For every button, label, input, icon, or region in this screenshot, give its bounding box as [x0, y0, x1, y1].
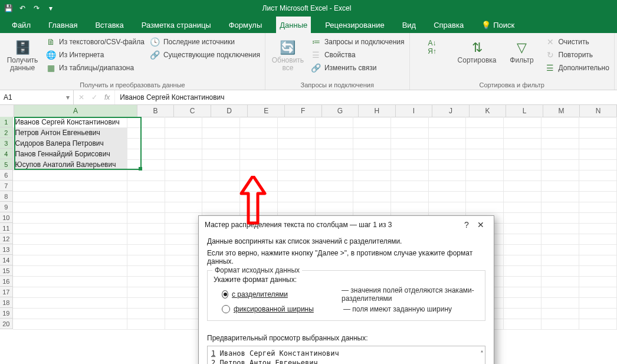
cell[interactable] [579, 244, 617, 255]
cell[interactable] [504, 127, 541, 139]
row-header[interactable]: 4 [0, 149, 13, 159]
cell[interactable] [202, 181, 240, 192]
cell[interactable] [316, 202, 353, 213]
cell[interactable] [278, 149, 316, 160]
cell[interactable] [127, 170, 165, 181]
cell[interactable] [240, 202, 278, 213]
cell[interactable] [466, 159, 504, 170]
radio-delimited-label[interactable]: с разделителями [232, 290, 320, 299]
cell[interactable] [165, 159, 203, 170]
fx-icon[interactable]: fx [104, 93, 110, 101]
cell[interactable] [466, 138, 504, 149]
col-header-i[interactable]: I [396, 105, 433, 117]
cell[interactable] [240, 138, 278, 149]
cell[interactable] [579, 212, 617, 224]
cell[interactable] [240, 117, 278, 128]
cell[interactable] [541, 138, 579, 149]
cell[interactable] [504, 265, 541, 277]
row-header[interactable]: 1 [0, 117, 13, 127]
tab-home[interactable]: Главная [45, 17, 81, 33]
cell[interactable] [504, 287, 541, 298]
row-header[interactable]: 20 [0, 319, 13, 329]
cell[interactable] [278, 191, 316, 202]
cell[interactable] [579, 234, 617, 245]
cell[interactable] [391, 202, 429, 213]
cell[interactable] [165, 287, 203, 298]
col-header-f[interactable]: F [285, 105, 322, 117]
cell[interactable] [165, 212, 203, 224]
cell[interactable] [429, 138, 467, 149]
cell[interactable] [202, 149, 240, 160]
cell[interactable] [504, 202, 541, 213]
cell[interactable] [127, 234, 165, 245]
cell[interactable] [13, 276, 127, 287]
cell[interactable] [353, 127, 391, 139]
cell[interactable] [13, 212, 127, 224]
cell[interactable] [504, 276, 541, 287]
cell[interactable]: Иванов Сергей Константинович [13, 117, 127, 128]
cell[interactable] [541, 191, 579, 202]
cell[interactable] [165, 276, 203, 287]
sort-dialog-button[interactable]: ⇅ Сортировка [456, 35, 498, 64]
cell[interactable] [429, 191, 467, 202]
row-header[interactable]: 12 [0, 234, 13, 244]
cell[interactable] [429, 149, 467, 160]
tab-data[interactable]: Данные [276, 17, 311, 33]
filter-button[interactable]: ▽ Фильтр [504, 35, 540, 64]
cell[interactable] [127, 159, 165, 170]
cell[interactable] [541, 319, 579, 330]
cell[interactable] [13, 297, 127, 309]
cell[interactable] [127, 244, 165, 255]
cell[interactable] [504, 308, 541, 319]
cell[interactable] [504, 212, 541, 224]
cell[interactable] [353, 117, 391, 128]
radio-fixed-width[interactable] [222, 305, 230, 313]
refresh-all-button[interactable]: 🔄 Обновить все [270, 35, 306, 72]
radio-fixed-width-label[interactable]: фиксированной ширины [234, 305, 322, 313]
row-header[interactable]: 18 [0, 297, 13, 308]
cell[interactable] [429, 159, 467, 170]
select-all-corner[interactable] [0, 105, 14, 117]
cell[interactable] [579, 276, 617, 287]
cell[interactable] [541, 287, 579, 298]
cell[interactable] [504, 170, 541, 181]
cell[interactable] [127, 297, 165, 309]
cell[interactable] [353, 181, 391, 192]
cell[interactable] [127, 265, 165, 277]
cell[interactable] [165, 244, 203, 255]
cell[interactable] [240, 127, 278, 139]
advanced-filter-button[interactable]: ☰Дополнительно [546, 61, 609, 74]
cell[interactable] [391, 170, 429, 181]
cell[interactable] [278, 138, 316, 149]
cell[interactable] [429, 117, 467, 128]
cell[interactable] [579, 127, 617, 139]
cell[interactable] [429, 127, 467, 139]
cell[interactable]: Сидоров Валера Петрович [13, 138, 127, 149]
cell[interactable] [127, 212, 165, 224]
cell[interactable] [202, 170, 240, 181]
tab-layout[interactable]: Разметка страницы [138, 17, 215, 33]
get-data-button[interactable]: 🗄️ Получить данные [5, 35, 40, 72]
cell[interactable] [127, 117, 165, 128]
cell[interactable] [165, 170, 203, 181]
cell[interactable] [579, 159, 617, 170]
cell[interactable] [579, 319, 617, 330]
row-header[interactable]: 16 [0, 276, 13, 287]
cell[interactable] [541, 234, 579, 245]
tab-view[interactable]: Вид [399, 17, 420, 33]
cell[interactable] [13, 181, 127, 192]
cell[interactable] [579, 223, 617, 234]
cell[interactable] [466, 127, 504, 139]
cell[interactable] [13, 223, 127, 234]
row-header[interactable]: 3 [0, 138, 13, 149]
cell[interactable] [579, 297, 617, 309]
cell[interactable] [13, 319, 127, 330]
cell[interactable] [13, 265, 127, 277]
cell[interactable]: Петров Антон Евгеньевич [13, 127, 127, 139]
cell[interactable] [541, 297, 579, 309]
cell[interactable] [202, 127, 240, 139]
cell[interactable] [316, 170, 353, 181]
redo-icon[interactable]: ↷ [32, 4, 41, 13]
tab-insert[interactable]: Вставка [91, 17, 127, 33]
cell[interactable] [127, 308, 165, 319]
